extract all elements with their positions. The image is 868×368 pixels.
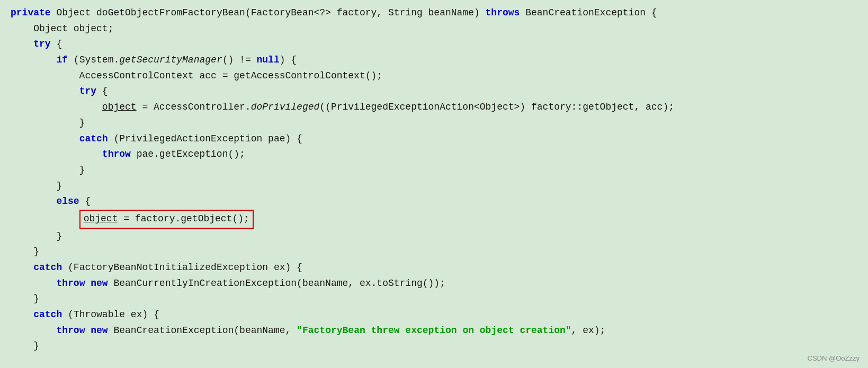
keyword-try-2: try <box>79 86 96 96</box>
keyword-try-1: try <box>33 39 50 49</box>
code-line-22: } <box>11 338 857 354</box>
keyword-catch-1: catch <box>79 133 108 144</box>
code-line-14: object = factory.getObject(); <box>11 210 857 229</box>
code-container: private Object doGetObjectFromFactoryBea… <box>0 0 868 368</box>
keyword-throw-3: throw <box>56 325 85 336</box>
highlighted-code-block: object = factory.getObject(); <box>79 210 254 229</box>
code-line-11: } <box>11 163 857 178</box>
code-line-9: catch (PrivilegedActionException pae) { <box>11 131 857 147</box>
string-literal: "FactoryBean threw exception on object c… <box>297 325 571 336</box>
code-line-2: Object object; <box>11 21 857 37</box>
var-object-1: object <box>102 102 137 112</box>
code-line-19: } <box>11 291 857 307</box>
keyword-throw-1: throw <box>102 149 131 159</box>
keyword-catch-2: catch <box>33 262 62 273</box>
code-line-7: object = AccessController.doPrivileged((… <box>11 100 857 115</box>
code-line-10: throw pae.getException(); <box>11 147 857 163</box>
code-line-1: private Object doGetObjectFromFactoryBea… <box>11 5 857 21</box>
code-line-6: try { <box>11 84 857 100</box>
keyword-private: private <box>11 7 51 18</box>
code-line-17: catch (FactoryBeanNotInitializedExceptio… <box>11 260 857 276</box>
keyword-new-1: new <box>91 278 108 289</box>
code-line-21: throw new BeanCreationException(beanName… <box>11 323 857 339</box>
code-line-3: try { <box>11 37 857 52</box>
keyword-catch-3: catch <box>33 309 62 320</box>
keyword-throw-2: throw <box>56 278 85 289</box>
code-line-12: } <box>11 178 857 194</box>
code-line-20: catch (Throwable ex) { <box>11 307 857 323</box>
keyword-throws: throws <box>486 7 520 18</box>
code-line-4: if (System.getSecurityManager() != null)… <box>11 52 857 68</box>
keyword-if: if <box>56 55 68 65</box>
code-line-5: AccessControlContext acc = getAccessCont… <box>11 68 857 84</box>
keyword-null: null <box>257 55 280 65</box>
code-line-15: } <box>11 229 857 245</box>
keyword-new-2: new <box>91 325 108 336</box>
method-doprivileged: doPrivileged <box>251 102 320 112</box>
code-line-18: throw new BeanCurrentlyInCreationExcepti… <box>11 276 857 292</box>
var-object-2: object <box>84 213 118 224</box>
code-line-13: else { <box>11 194 857 210</box>
keyword-else: else <box>56 196 79 207</box>
method-getsecuritymanager: getSecurityManager <box>119 55 222 65</box>
watermark: CSDN @OoZzzy <box>808 353 860 364</box>
code-line-8: } <box>11 115 857 131</box>
code-line-16: } <box>11 244 857 260</box>
